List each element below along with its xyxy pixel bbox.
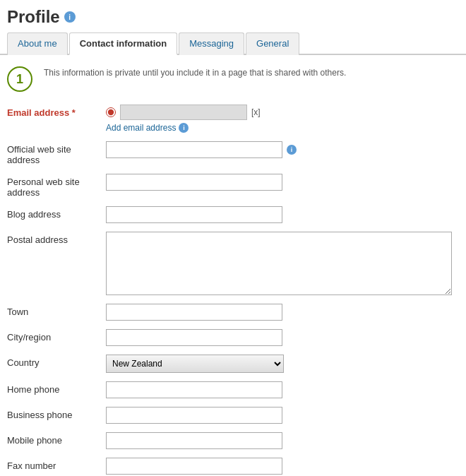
city-region-field [106,329,459,346]
business-phone-row: Business phone [7,403,459,428]
page-title: Profile [7,7,60,27]
blog-address-row: Blog address [7,202,459,227]
fax-number-label: Fax number [7,458,99,471]
add-email-link[interactable]: Add email address [106,123,176,133]
home-phone-label: Home phone [7,381,99,395]
home-phone-field [106,381,459,398]
personal-web-site-input[interactable] [106,174,282,191]
fax-number-row: Fax number [7,453,459,476]
postal-address-input[interactable] [106,232,452,295]
city-region-row: City/region [7,325,459,350]
personal-web-site-label: Personal web site address [7,174,99,198]
country-row: Country New Zealand Australia United Sta… [7,350,459,377]
content-area: 1 This information is private until you … [0,55,466,476]
country-label: Country [7,355,99,368]
remove-email-link[interactable]: [x] [251,107,261,117]
business-phone-input[interactable] [106,407,282,424]
email-field-container: [x] Add email address i [106,105,459,133]
step1-row: 1 This information is private until you … [7,65,459,92]
email-label: Email address * [7,105,99,118]
email-info-icon[interactable]: i [179,123,189,133]
mobile-phone-field [106,432,459,449]
country-select[interactable]: New Zealand Australia United States Unit… [106,355,284,373]
tab-about-me[interactable]: About me [7,32,68,55]
fax-number-field [106,458,459,475]
city-region-input[interactable] [106,329,282,346]
business-phone-label: Business phone [7,407,99,420]
postal-address-label: Postal address [7,232,99,245]
official-web-site-input[interactable] [106,141,282,158]
town-input[interactable] [106,304,282,321]
fax-number-input[interactable] [106,458,282,475]
mobile-phone-row: Mobile phone [7,428,459,453]
email-value-display [120,105,247,120]
email-row: Email address * [x] Add email address i [7,100,459,137]
postal-address-field [106,232,459,295]
country-field: New Zealand Australia United States Unit… [106,355,459,373]
home-phone-row: Home phone [7,377,459,403]
personal-web-site-row: Personal web site address [7,169,459,202]
mobile-phone-input[interactable] [106,432,282,449]
blog-address-field [106,206,459,223]
town-field [106,304,459,321]
official-web-site-row: Official web site address i [7,137,459,169]
town-label: Town [7,304,99,317]
personal-web-site-field [106,174,459,191]
home-phone-input[interactable] [106,381,282,398]
mobile-phone-label: Mobile phone [7,432,99,446]
add-email-row: Add email address i [106,123,261,133]
tab-messaging[interactable]: Messaging [179,32,244,55]
official-web-info-icon[interactable]: i [287,145,297,155]
blog-address-label: Blog address [7,206,99,220]
email-radio[interactable] [106,107,116,117]
town-row: Town [7,299,459,325]
privacy-notice: This information is private until you in… [44,65,346,78]
page-header: Profile i [0,0,466,31]
city-region-label: City/region [7,329,99,343]
blog-address-input[interactable] [106,206,282,223]
email-input-row: [x] [106,105,261,120]
business-phone-field [106,407,459,424]
step1-circle: 1 [7,66,32,92]
profile-info-icon[interactable]: i [64,11,76,23]
official-web-site-field: i [106,141,459,158]
tab-general[interactable]: General [246,32,299,55]
tab-contact-information[interactable]: Contact information [69,32,178,55]
postal-address-row: Postal address [7,227,459,299]
tabs-bar: About me Contact information Messaging G… [0,31,466,55]
official-web-site-label: Official web site address [7,141,99,165]
